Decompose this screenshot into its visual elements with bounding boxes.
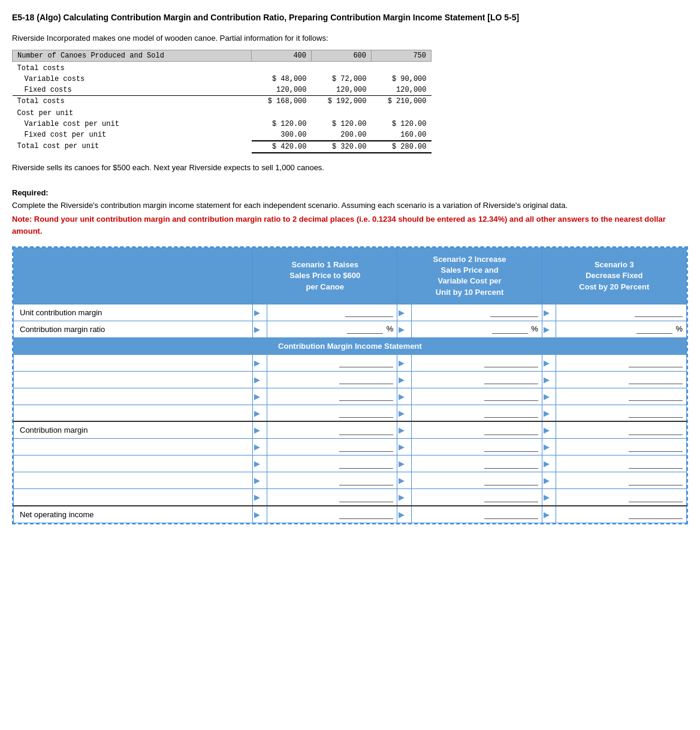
- s3-cms4-input[interactable]: [629, 408, 683, 418]
- s3-cms3-input[interactable]: [629, 391, 683, 401]
- s3-fc3-input[interactable]: [629, 476, 683, 485]
- s1-cms3-arrow: ▶: [253, 388, 267, 405]
- s1-cmr-cell[interactable]: %: [267, 321, 397, 337]
- s1-cms2-input[interactable]: [339, 375, 393, 384]
- s1-pct: %: [387, 324, 394, 333]
- s3-fc4-arrow: ▶: [542, 489, 556, 506]
- s2-cm-input[interactable]: [484, 426, 538, 435]
- s2-cms3-cell[interactable]: [411, 388, 542, 405]
- dt-cpu-header: Cost per unit: [13, 107, 252, 119]
- s3-cm-cell[interactable]: [556, 421, 687, 439]
- s1-fc1-cell[interactable]: [267, 439, 397, 456]
- s1-fc3-cell[interactable]: [267, 472, 397, 489]
- s1-ucm-input[interactable]: [345, 307, 393, 317]
- s2-fc4-cell[interactable]: [411, 489, 542, 506]
- s3-cmr-input[interactable]: [636, 324, 672, 334]
- s2-fc3-cell[interactable]: [411, 472, 542, 489]
- fc3-label: [14, 472, 253, 489]
- s2-cmr-cell[interactable]: %: [411, 321, 542, 337]
- scenario-wrapper: Scenario 1 Raises Sales Price to $600 pe…: [12, 246, 688, 524]
- dt-vcpu-label: Variable cost per unit: [13, 119, 252, 129]
- noi-label: Net operating income: [14, 506, 253, 523]
- s1-fc1-input[interactable]: [339, 442, 393, 452]
- s1-cms2-cell[interactable]: [267, 371, 397, 388]
- s1-cms1-cell[interactable]: [267, 354, 397, 371]
- s1-fc3-input[interactable]: [339, 476, 393, 485]
- s1-fc2-cell[interactable]: [267, 456, 397, 472]
- s2-cms2-cell[interactable]: [411, 371, 542, 388]
- s1-cms1-input[interactable]: [339, 358, 393, 367]
- s3-fc4-input[interactable]: [629, 493, 683, 502]
- s2-cms4-cell[interactable]: [411, 405, 542, 421]
- s2-cms2-input[interactable]: [484, 375, 538, 384]
- s2-cms4-input[interactable]: [484, 408, 538, 418]
- s2-cm-cell[interactable]: [411, 421, 542, 439]
- s2-cmr-input[interactable]: [492, 324, 528, 334]
- s1-cms4-input[interactable]: [339, 408, 393, 418]
- s3-fc3-cell[interactable]: [556, 472, 687, 489]
- s3-cm-arrow: ▶: [542, 421, 556, 439]
- s3-noi-input[interactable]: [629, 509, 683, 519]
- s2-cms2-arrow: ▶: [397, 371, 412, 388]
- s3-ucm-cell[interactable]: [556, 304, 687, 321]
- s3-fc1-arrow: ▶: [542, 439, 556, 456]
- dt-tcpu-col2: $ 320.00: [312, 141, 372, 153]
- s1-cm-cell[interactable]: [267, 421, 397, 439]
- data-table: Number of Canoes Produced and Sold 400 6…: [12, 50, 432, 153]
- s2-ucm-input[interactable]: [490, 307, 538, 317]
- s1-noi-arrow: ▶: [253, 506, 267, 523]
- s2-fc4-input[interactable]: [484, 493, 538, 502]
- s3-fc3-arrow: ▶: [542, 472, 556, 489]
- s2-fc2-cell[interactable]: [411, 456, 542, 472]
- s1-fc4-cell[interactable]: [267, 489, 397, 506]
- s3-cms2-cell[interactable]: [556, 371, 687, 388]
- dt-tcpu-label: Total cost per unit: [13, 141, 252, 153]
- dt-header-col3: 750: [372, 50, 432, 61]
- s1-cms4-cell[interactable]: [267, 405, 397, 421]
- s2-fc4-arrow: ▶: [397, 489, 412, 506]
- s3-cms1-input[interactable]: [629, 358, 683, 367]
- s2-noi-input[interactable]: [484, 509, 538, 519]
- s2-cms3-input[interactable]: [484, 391, 538, 401]
- s1-ucm-cell[interactable]: [267, 304, 397, 321]
- s3-noi-cell[interactable]: [556, 506, 687, 523]
- s1-fc2-input[interactable]: [339, 459, 393, 469]
- s1-fc4-input[interactable]: [339, 493, 393, 502]
- s3-cms1-cell[interactable]: [556, 354, 687, 371]
- s3-cm-input[interactable]: [629, 426, 683, 435]
- s2-noi-cell[interactable]: [411, 506, 542, 523]
- s2-fc1-cell[interactable]: [411, 439, 542, 456]
- s3-cmr-arrow: ▶: [542, 321, 556, 337]
- s3-fc4-cell[interactable]: [556, 489, 687, 506]
- s2-fc1-input[interactable]: [484, 442, 538, 452]
- s3-ucm-input[interactable]: [635, 307, 683, 317]
- s3-fc2-input[interactable]: [629, 459, 683, 469]
- s3-fc1-input[interactable]: [629, 442, 683, 452]
- s3-cms3-cell[interactable]: [556, 388, 687, 405]
- s3-cmr-cell[interactable]: %: [556, 321, 687, 337]
- s2-fc3-input[interactable]: [484, 476, 538, 485]
- dt-header-label: Number of Canoes Produced and Sold: [13, 50, 252, 61]
- s1-fc3-arrow: ▶: [253, 472, 267, 489]
- dt-variable-costs-label: Variable costs: [13, 74, 252, 85]
- s1-noi-input[interactable]: [339, 509, 393, 519]
- s3-pct: %: [675, 324, 683, 333]
- s2-fc2-input[interactable]: [484, 459, 538, 469]
- s2-cms1-cell[interactable]: [411, 354, 542, 371]
- s1-cm-input[interactable]: [339, 426, 393, 435]
- s1-noi-cell[interactable]: [267, 506, 397, 523]
- s2-cms4-arrow: ▶: [397, 405, 412, 421]
- cms-section-title: Contribution Margin Income Statement: [14, 337, 687, 354]
- s3-fc1-cell[interactable]: [556, 439, 687, 456]
- s1-cmr-input[interactable]: [347, 324, 383, 334]
- s2-cms1-input[interactable]: [484, 358, 538, 367]
- s1-cms3-cell[interactable]: [267, 388, 397, 405]
- s3-fc2-arrow: ▶: [542, 456, 556, 472]
- s2-ucm-cell[interactable]: [411, 304, 542, 321]
- s1-cms3-input[interactable]: [339, 391, 393, 401]
- s3-fc2-cell[interactable]: [556, 456, 687, 472]
- dt-vcpu-col1: $ 120.00: [252, 119, 312, 129]
- s3-cms2-input[interactable]: [629, 375, 683, 384]
- s3-cms4-cell[interactable]: [556, 405, 687, 421]
- s2-cm-arrow: ▶: [397, 421, 412, 439]
